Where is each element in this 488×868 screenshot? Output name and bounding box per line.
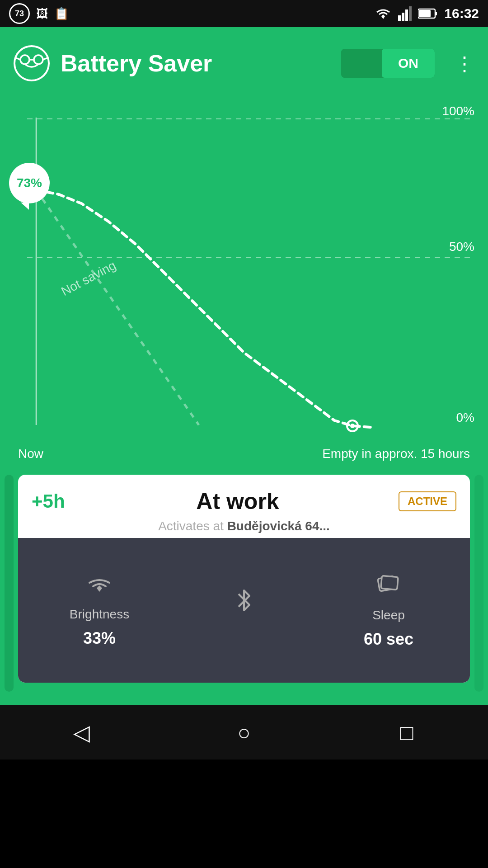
svg-line-10	[16, 58, 20, 60]
svg-point-9	[34, 55, 43, 64]
bluetooth-icon	[235, 588, 253, 618]
svg-point-7	[14, 46, 49, 80]
cards-icon	[377, 572, 400, 601]
card-feature-bluetooth	[172, 579, 316, 642]
svg-line-14	[36, 190, 199, 425]
svg-point-8	[20, 55, 29, 64]
svg-line-11	[43, 58, 47, 60]
svg-point-16	[350, 424, 355, 428]
recent-apps-button[interactable]: □	[384, 714, 429, 750]
battery-status-icon	[418, 8, 438, 19]
chart-svg	[0, 99, 488, 470]
card-time-gain: +5h	[32, 491, 77, 512]
card-feature-sleep: Sleep 60 sec	[316, 563, 461, 658]
svg-rect-18	[381, 576, 398, 590]
card-left-accent	[5, 475, 14, 692]
chart-bottom-labels: Now Empty in approx. 15 hours	[18, 447, 470, 461]
bottom-nav: ◁ ○ □	[0, 705, 488, 760]
card-right-accent	[474, 475, 483, 692]
sleep-value: 60 sec	[364, 630, 413, 649]
toggle-switch[interactable]: ON	[341, 49, 435, 78]
svg-rect-6	[419, 10, 431, 17]
svg-rect-3	[409, 6, 412, 21]
signal-status-icon	[398, 6, 412, 21]
brightness-label: Brightness	[70, 607, 129, 622]
chart-label-now: Now	[18, 447, 43, 461]
card-location: Budějovická 64...	[227, 519, 330, 533]
toggle-on-button[interactable]: ON	[382, 49, 435, 78]
card-top: +5h At work ACTIVE	[18, 475, 470, 519]
card-subtitle: Activates at Budějovická 64...	[18, 519, 470, 538]
card-profile-title: At work	[86, 488, 389, 514]
cards-section: +5h At work ACTIVE Activates at Budějovi…	[0, 470, 488, 705]
battery-chart: 100% 50% 0% Not saving 73% Now Empty in …	[0, 99, 488, 470]
svg-rect-0	[398, 15, 401, 21]
gallery-icon: 🖼	[36, 7, 48, 21]
app-logo-icon	[14, 45, 50, 81]
status-right: 16:32	[375, 6, 479, 21]
wifi-status-icon	[375, 6, 392, 21]
svg-rect-5	[435, 12, 437, 15]
time-display: 16:32	[444, 6, 479, 21]
chart-label-empty: Empty in approx. 15 hours	[322, 447, 470, 461]
svg-rect-1	[402, 13, 404, 21]
wifi-icon	[87, 573, 112, 600]
more-options-button[interactable]: ⋮	[455, 52, 474, 75]
svg-rect-2	[405, 9, 408, 21]
home-button[interactable]: ○	[221, 714, 267, 750]
status-circle: 73	[9, 3, 30, 24]
card-feature-brightness: Brightness 33%	[27, 564, 172, 657]
status-left: 73 🖼 📋	[9, 3, 69, 24]
main-card[interactable]: +5h At work ACTIVE Activates at Budějovi…	[18, 475, 470, 683]
card-features: Brightness 33%	[18, 538, 470, 683]
app-header: Battery Saver ON ⋮	[0, 27, 488, 99]
clipboard-icon: 📋	[54, 7, 69, 21]
back-button[interactable]: ◁	[59, 714, 104, 750]
active-badge: ACTIVE	[399, 491, 456, 511]
status-bar: 73 🖼 📋 16:32	[0, 0, 488, 27]
brightness-value: 33%	[83, 629, 116, 648]
app-title: Battery Saver	[61, 50, 330, 77]
sleep-label: Sleep	[372, 608, 405, 623]
toggle-off-area	[341, 49, 382, 78]
battery-percent-bubble: 73%	[9, 163, 50, 203]
